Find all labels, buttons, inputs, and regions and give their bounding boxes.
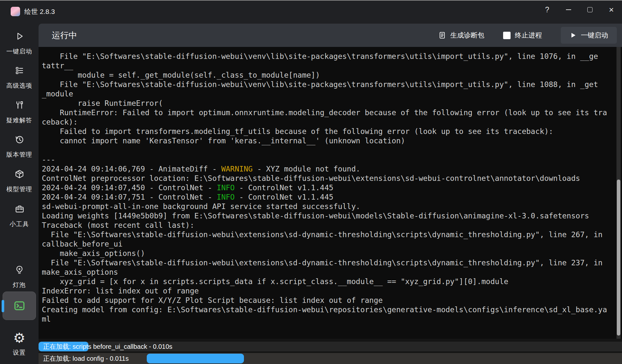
console-scrollbar-thumb[interactable] <box>617 180 620 336</box>
console-line: 2024-04-24 09:14:07,751 - ControlNet - I… <box>42 193 615 202</box>
options-list-icon <box>15 66 24 75</box>
console-line: File "E:\Softwares\stable-diffusion-webu… <box>42 80 615 89</box>
console-line: ceback): <box>42 117 615 127</box>
tools-icon <box>15 100 24 110</box>
bulb-icon <box>15 265 24 275</box>
sidebar-item-models[interactable]: 模型管理 <box>0 169 39 193</box>
window-controls: ? × <box>536 1 622 19</box>
console-line: 2024-04-24 09:14:07,450 - ControlNet - I… <box>42 183 615 193</box>
sidebar-item-label: 设置 <box>0 348 39 357</box>
help-button[interactable]: ? <box>536 1 558 19</box>
header-bar: 运行中 生成诊断包 终止进程 一键启动 <box>39 24 622 47</box>
window-title: 绘世 2.8.3 <box>24 0 55 24</box>
console-line: IndexError: list index out of range <box>42 286 615 296</box>
sidebar-item-label: 疑难解答 <box>0 116 39 125</box>
console-line: Failed to add support for X/Y/Z Plot Scr… <box>42 296 615 305</box>
sidebar-item-troubleshoot[interactable]: 疑难解答 <box>0 100 39 125</box>
sidebar-item-label: 一键启动 <box>0 47 39 56</box>
console-line <box>42 146 615 155</box>
sidebar-item-label: 高级选项 <box>0 82 39 90</box>
console-line: make_axis_options() <box>42 249 615 258</box>
console-bottom-gap <box>39 339 622 342</box>
console-line: _module <box>42 89 615 99</box>
toolbox-icon <box>15 204 24 214</box>
terminate-process-button[interactable]: 终止进程 <box>503 31 542 40</box>
console-line: Traceback (most recent call last): <box>42 221 615 230</box>
console-line: --- <box>42 155 615 164</box>
play-icon <box>15 31 24 41</box>
close-icon: × <box>609 6 614 14</box>
gear-icon: ⚙ <box>0 332 39 345</box>
status-title: 运行中 <box>52 30 77 41</box>
minimize-button[interactable] <box>558 1 579 19</box>
history-icon <box>15 135 24 144</box>
sidebar-item-label: 模型管理 <box>0 185 39 193</box>
play-icon <box>570 32 577 39</box>
sidebar-item-utilities[interactable]: 小工具 <box>0 204 39 228</box>
terminal-icon <box>14 300 25 312</box>
package-icon <box>15 169 24 179</box>
sidebar: 一键启动 高级选项 疑难解答 版本管理 <box>0 24 39 364</box>
console-line: File "E:\Softwares\stable-diffusion-webu… <box>42 258 615 268</box>
console-line: File "E:\Softwares\stable-diffusion-webu… <box>42 230 615 239</box>
sidebar-item-label: 版本管理 <box>0 150 39 159</box>
console-line: make_axis_options <box>42 268 615 277</box>
document-icon <box>438 31 446 39</box>
sidebar-item-label: 灯泡 <box>0 281 39 289</box>
sidebar-item-label: 小工具 <box>0 220 39 228</box>
console-line: module = self._get_module(self._class_to… <box>42 71 615 80</box>
button-label: 一键启动 <box>581 31 608 40</box>
sidebar-item-advanced[interactable]: 高级选项 <box>0 66 39 90</box>
button-label: 生成诊断包 <box>450 31 484 40</box>
console-line: 2024-04-24 09:14:06,769 - AnimateDiff - … <box>42 164 615 174</box>
progress-label: 正在加载: scripts before_ui_callback - 0.010… <box>43 342 172 351</box>
console-line: sd-webui-prompt-all-in-one background AP… <box>42 202 615 211</box>
button-label: 终止进程 <box>515 31 542 40</box>
selected-item-accent-bar <box>2 300 4 312</box>
maximize-icon <box>587 7 593 12</box>
console-line: Loading weights [1449e5b0b9] from E:\Sof… <box>42 211 615 221</box>
console-line: File "E:\Softwares\stable-diffusion-webu… <box>42 52 615 61</box>
generate-diagnostic-button[interactable]: 生成诊断包 <box>438 31 484 40</box>
one-click-launch-button[interactable]: 一键启动 <box>561 27 617 44</box>
console-line: Failed to import transformers.modeling_t… <box>42 127 615 136</box>
sidebar-item-tips[interactable]: 灯泡 <box>0 265 39 289</box>
progress-row-config: 正在加载: load config - 0.011s <box>39 353 622 364</box>
stop-icon <box>503 32 511 39</box>
progress-bar-fill <box>147 354 244 363</box>
window-top-border <box>0 0 622 1</box>
console-line: callback_before_ui <box>42 239 615 249</box>
console-output[interactable]: File "E:\Softwares\stable-diffusion-webu… <box>39 47 622 339</box>
header-actions: 生成诊断包 终止进程 一键启动 <box>438 24 617 47</box>
sidebar-item-versions[interactable]: 版本管理 <box>0 135 39 159</box>
close-button[interactable]: × <box>601 1 622 19</box>
minimize-icon <box>566 9 571 10</box>
console-line: cannot import name 'KerasTensor' from 'k… <box>42 136 615 146</box>
sidebar-item-launch[interactable]: 一键启动 <box>0 31 39 56</box>
console-line: tattr__ <box>42 61 615 71</box>
sidebar-item-console-selected[interactable] <box>3 292 36 320</box>
progress-label: 正在加载: load config - 0.011s <box>43 353 129 364</box>
sidebar-item-settings[interactable]: ⚙ 设置 <box>0 332 39 357</box>
console-line: ml <box>42 314 615 324</box>
maximize-button[interactable] <box>579 1 601 19</box>
titlebar: 绘世 2.8.3 ? × <box>0 0 622 24</box>
app-logo <box>11 7 20 16</box>
console-line: Creating model from config: E:\Softwares… <box>42 305 615 314</box>
console-line: ControlNet preprocessor location: E:\Sof… <box>42 174 615 183</box>
progress-row-scripts: 正在加载: scripts before_ui_callback - 0.010… <box>39 342 622 351</box>
help-icon: ? <box>545 6 549 14</box>
console-line: xyz_grid = [x for x in scripts.scripts_d… <box>42 277 615 286</box>
console-line: raise RuntimeError( <box>42 99 615 108</box>
console-line: RuntimeError: Failed to import optimum.o… <box>42 108 615 117</box>
